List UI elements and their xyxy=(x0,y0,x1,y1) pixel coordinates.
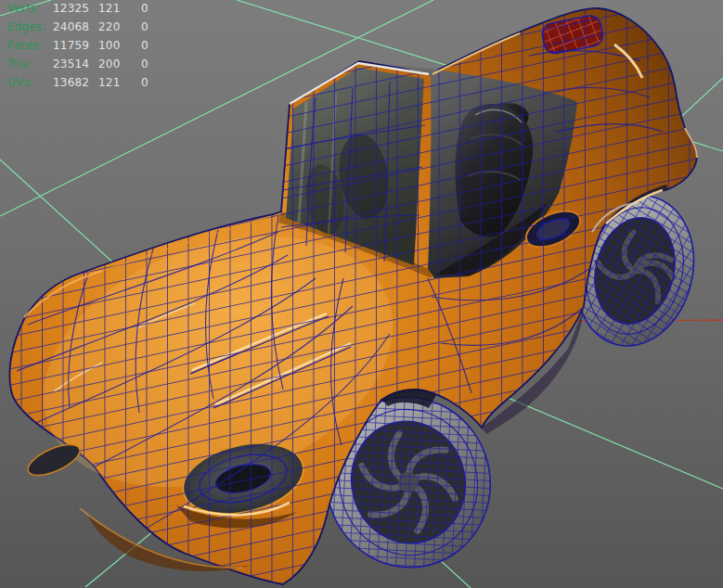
hud-row-value: 13682 xyxy=(53,76,98,89)
hud-row-value: 121 xyxy=(98,2,141,15)
hud-row-label: Tris: xyxy=(7,58,53,70)
hud-row-value: 24068 xyxy=(53,20,98,33)
hud-row-value: 11759 xyxy=(53,39,98,52)
hud-row-value: 0 xyxy=(141,76,160,89)
hud-row-label: UVs: xyxy=(7,76,53,89)
hud-row-label: Verts: xyxy=(7,2,53,15)
hud-row-value: 23514 xyxy=(53,58,98,70)
hud-row-value: 12325 xyxy=(53,2,98,15)
hud-row-value: 0 xyxy=(141,39,160,52)
hud-row-label: Edges: xyxy=(7,20,53,33)
hud-row-value: 0 xyxy=(141,58,160,70)
viewport-3d[interactable]: Verts: 12325 121 0 Edges: 24068 220 0 Fa… xyxy=(0,0,723,588)
hud-row-value: 100 xyxy=(98,39,141,52)
poly-count-hud: Verts: 12325 121 0 Edges: 24068 220 0 Fa… xyxy=(7,2,160,95)
hud-row-value: 121 xyxy=(98,76,141,89)
hud-row-label: Faces: xyxy=(7,39,53,52)
hud-row-value: 200 xyxy=(98,58,141,70)
hud-row-value: 220 xyxy=(98,20,141,33)
hud-row-value: 0 xyxy=(141,20,160,33)
hud-row-value: 0 xyxy=(141,2,160,15)
